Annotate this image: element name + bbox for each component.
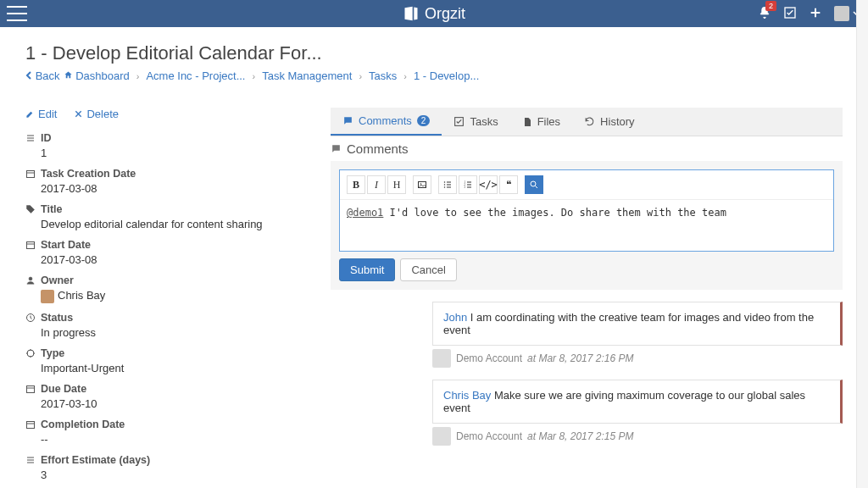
brand[interactable]: Orgzit [403, 5, 465, 23]
label-status: Status [41, 312, 73, 324]
avatar [834, 6, 849, 21]
svg-rect-2 [27, 242, 35, 249]
crumb-dashboard[interactable]: Dashboard [64, 69, 130, 82]
back-link[interactable]: Back [25, 69, 60, 82]
svg-point-17 [531, 181, 536, 186]
scrollbar[interactable] [856, 0, 868, 488]
value-start: 2017-03-08 [25, 251, 305, 266]
check-square-icon [453, 116, 465, 127]
svg-rect-7 [27, 421, 35, 428]
page-title: 1 - Develop Editorial Calendar For... [25, 42, 843, 64]
ul-button[interactable] [438, 175, 457, 194]
value-owner: Chris Bay [25, 286, 305, 303]
label-due: Due Date [41, 383, 86, 395]
crumb-org[interactable]: Acme Inc - Project... [146, 69, 245, 82]
label-start: Start Date [41, 239, 91, 251]
tag-icon [25, 204, 36, 214]
search-icon [529, 180, 539, 190]
value-effort: 3 [25, 466, 305, 481]
comment-editor-wrap: B I H 123 </> ❝ [331, 161, 843, 290]
delete-link[interactable]: Delete [74, 108, 119, 120]
tab-tasks[interactable]: Tasks [442, 108, 509, 135]
submit-button[interactable]: Submit [339, 258, 395, 281]
value-id: 1 [25, 144, 305, 159]
topbar: Orgzit 2 [0, 0, 868, 27]
add-button[interactable] [809, 6, 822, 22]
comment-author[interactable]: Chris Bay [443, 389, 491, 402]
svg-text:3: 3 [465, 186, 466, 189]
label-type: Type [41, 347, 64, 359]
editor-toolbar: B I H 123 </> ❝ [340, 170, 833, 200]
value-completion: -- [25, 430, 305, 446]
ol-button[interactable]: 123 [459, 175, 477, 194]
owner-avatar [41, 290, 54, 303]
calendar-icon [25, 384, 36, 394]
comment-icon [342, 115, 353, 126]
plus-icon [809, 6, 822, 19]
list-icon [25, 133, 36, 143]
comment-item: Chris Bay Make sure we are giving maximu… [432, 380, 843, 446]
code-button[interactable]: </> [479, 175, 498, 194]
main-panel: Comments 2 Tasks Files History Comments … [331, 108, 843, 488]
svg-point-11 [444, 181, 446, 183]
list-icon [25, 455, 36, 465]
comment-author[interactable]: John [443, 311, 467, 324]
comments-heading: Comments [331, 136, 843, 161]
calendar-icon [25, 240, 36, 250]
tabs: Comments 2 Tasks Files History [331, 108, 843, 136]
label-effort: Effort Estimate (days) [41, 454, 150, 466]
pencil-icon [25, 109, 35, 119]
comment-user: Demo Account [456, 352, 522, 364]
scroll-thumb[interactable] [859, 0, 866, 152]
svg-point-13 [444, 186, 446, 188]
crosshair-icon [25, 348, 36, 358]
check-square-icon [783, 6, 797, 19]
comment-textarea[interactable]: @demo1 I'd love to see the images. Do sh… [340, 200, 833, 251]
label-title: Title [41, 203, 62, 215]
svg-point-12 [444, 184, 446, 186]
italic-button[interactable]: I [367, 175, 386, 194]
comment-icon [331, 143, 342, 154]
image-button[interactable] [413, 175, 431, 194]
tab-history[interactable]: History [572, 108, 646, 135]
tab-comments[interactable]: Comments 2 [331, 108, 442, 136]
value-type: Important-Urgent [25, 359, 305, 374]
crumb-current[interactable]: 1 - Develop... [414, 69, 479, 82]
value-title: Develop editorial calendar for content s… [25, 215, 305, 230]
avatar [432, 427, 451, 446]
value-creation: 2017-03-08 [25, 180, 305, 195]
crumb-list[interactable]: Tasks [369, 69, 397, 82]
brand-icon [403, 5, 420, 22]
svg-point-5 [27, 350, 34, 357]
label-completion: Completion Date [41, 419, 125, 430]
details-sidebar: Edit Delete ID1 Task Creation Date2017-0… [25, 108, 305, 488]
calendar-icon [25, 169, 36, 179]
list-ul-icon [442, 180, 453, 190]
chevron-left-icon [25, 71, 32, 80]
bold-button[interactable]: B [347, 175, 365, 194]
svg-rect-1 [27, 171, 35, 178]
label-id: ID [41, 132, 52, 144]
search-button[interactable] [525, 175, 543, 194]
cancel-button[interactable]: Cancel [400, 258, 456, 281]
comments-count: 2 [417, 115, 431, 126]
image-icon [417, 180, 427, 190]
notifications-button[interactable]: 2 [758, 6, 771, 22]
user-icon [25, 275, 36, 286]
clock-icon [25, 313, 36, 323]
comment-user: Demo Account [456, 430, 522, 442]
edit-link[interactable]: Edit [25, 108, 57, 120]
comment-time: at Mar 8, 2017 2:16 PM [527, 352, 633, 364]
history-icon [584, 116, 595, 127]
menu-toggle[interactable] [7, 6, 27, 21]
list-ol-icon: 123 [463, 180, 473, 190]
breadcrumb: Back Dashboard › Acme Inc - Project... ›… [25, 69, 843, 82]
heading-button[interactable]: H [387, 175, 406, 194]
quote-button[interactable]: ❝ [499, 175, 518, 194]
label-owner: Owner [41, 274, 74, 286]
home-icon [64, 70, 73, 80]
comment-text: I am coordinating with the creative team… [443, 311, 814, 336]
tab-files[interactable]: Files [510, 108, 572, 135]
tasks-button[interactable] [783, 6, 797, 22]
crumb-project[interactable]: Task Management [262, 69, 352, 82]
